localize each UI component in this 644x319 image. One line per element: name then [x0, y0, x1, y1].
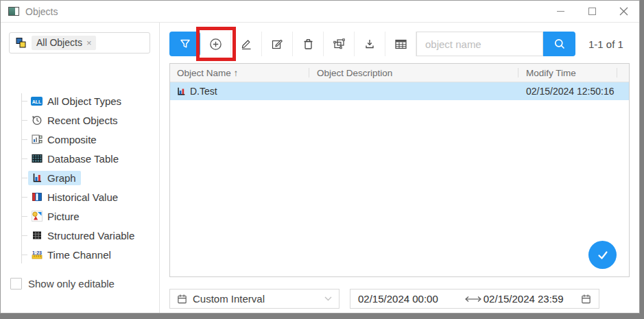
maximize-icon — [588, 8, 596, 15]
tree-item-historical-value[interactable]: Historical Value — [1, 187, 159, 206]
historical-value-icon — [31, 191, 43, 202]
graph-icon — [31, 172, 43, 183]
time-channel-icon: 1:23 — [31, 249, 43, 260]
close-button[interactable] — [608, 1, 639, 22]
column-header-object-name[interactable]: Object Name ↑ — [170, 64, 309, 82]
column-header-spacer — [617, 64, 629, 82]
column-header-object-description[interactable]: Object Description — [309, 64, 518, 82]
show-only-editable-checkbox[interactable] — [10, 278, 22, 290]
table-icon — [394, 38, 407, 50]
column-header-modify-time[interactable]: Modify Time — [518, 64, 617, 82]
row-modify-time: 02/15/2024 12:50:16 — [518, 82, 617, 100]
database-table-icon — [31, 153, 43, 164]
object-table: Object Name ↑ Object Description Modify … — [169, 63, 630, 277]
delete-button[interactable] — [293, 32, 324, 56]
tree-selected-node: Graph — [28, 171, 81, 185]
overlap-rectangles-icon — [333, 38, 346, 50]
table-header: Object Name ↑ Object Description Modify … — [170, 64, 629, 82]
tree-item-picture[interactable]: Picture — [1, 206, 159, 226]
close-icon — [619, 7, 628, 16]
table-row[interactable]: D.Test 02/15/2024 12:50:16 — [170, 82, 629, 100]
tree-item-structured-variable[interactable]: Structured Variable — [1, 226, 159, 245]
group-button[interactable] — [324, 32, 355, 56]
edit-square-icon — [271, 38, 283, 50]
interval-label: Custom Interval — [193, 293, 265, 305]
composite-icon — [31, 134, 43, 145]
minimize-button[interactable] — [545, 1, 576, 22]
check-icon — [595, 248, 610, 263]
funnel-icon — [179, 38, 191, 50]
structured-variable-icon — [31, 230, 43, 241]
search-button[interactable] — [543, 32, 575, 56]
all-object-types-icon: ALL — [31, 95, 43, 106]
toolbar: 1-1 of 1 — [169, 32, 623, 56]
filter-button[interactable] — [169, 32, 200, 56]
calendar-icon — [581, 294, 591, 304]
object-type-tree: ALL All Object Types Recent Objects Comp… — [1, 91, 159, 264]
edit-button[interactable] — [262, 32, 293, 56]
tree-item-composite[interactable]: Composite — [1, 130, 159, 149]
graph-icon — [176, 86, 186, 96]
filter-chip-label: All Objects — [36, 37, 82, 48]
row-object-name: D.Test — [190, 86, 217, 97]
table-view-button[interactable] — [385, 32, 416, 56]
picture-icon — [31, 211, 43, 222]
range-arrow-icon — [464, 296, 482, 303]
titlebar: Objects — [1, 1, 639, 23]
sidebar: All Objects × ALL All Object Types Recen… — [1, 23, 160, 313]
date-range-picker[interactable]: 02/15/2024 00:00 02/15/2024 23:59 — [350, 289, 599, 309]
interval-select[interactable]: Custom Interval — [169, 289, 339, 309]
objects-window: Objects All Objects × — [0, 0, 640, 314]
main-area: 1-1 of 1 Object Name ↑ Object Descriptio… — [160, 23, 639, 313]
confirm-button[interactable] — [588, 241, 617, 269]
app-icon — [8, 7, 19, 16]
tree-item-all-object-types[interactable]: ALL All Object Types — [1, 91, 159, 110]
download-icon — [363, 38, 376, 50]
maximize-button[interactable] — [576, 1, 608, 22]
import-button[interactable] — [355, 32, 385, 56]
svg-text:1:23: 1:23 — [32, 250, 41, 255]
tree-item-recent-objects[interactable]: Recent Objects — [1, 110, 159, 130]
add-button[interactable] — [200, 32, 231, 56]
window-title: Objects — [25, 6, 58, 17]
object-filter-box[interactable]: All Objects × — [9, 32, 150, 54]
calendar-icon — [177, 294, 187, 304]
tree-item-graph[interactable]: Graph — [1, 168, 159, 187]
objects-icon — [15, 37, 27, 49]
minimize-icon — [557, 11, 564, 12]
show-only-editable-label: Show only editable — [28, 278, 115, 290]
chip-remove-icon[interactable]: × — [86, 38, 92, 48]
show-only-editable-toggle[interactable]: Show only editable — [10, 278, 115, 290]
recent-objects-icon — [31, 115, 43, 126]
result-count: 1-1 of 1 — [588, 38, 623, 50]
pencil-icon — [240, 38, 252, 50]
range-end: 02/15/2024 23:59 — [484, 293, 564, 305]
search-input[interactable] — [416, 32, 543, 56]
chevron-down-icon — [324, 296, 332, 301]
filter-chip[interactable]: All Objects × — [32, 36, 96, 50]
row-object-description — [309, 82, 518, 100]
trash-icon — [302, 38, 314, 50]
circle-plus-icon — [209, 38, 222, 51]
tree-item-time-channel[interactable]: 1:23 Time Channel — [1, 245, 159, 264]
range-start: 02/15/2024 00:00 — [358, 293, 438, 305]
search-icon — [553, 38, 566, 50]
svg-text:ALL: ALL — [32, 99, 42, 104]
rename-button[interactable] — [231, 32, 262, 56]
tree-item-database-table[interactable]: Database Table — [1, 149, 159, 168]
